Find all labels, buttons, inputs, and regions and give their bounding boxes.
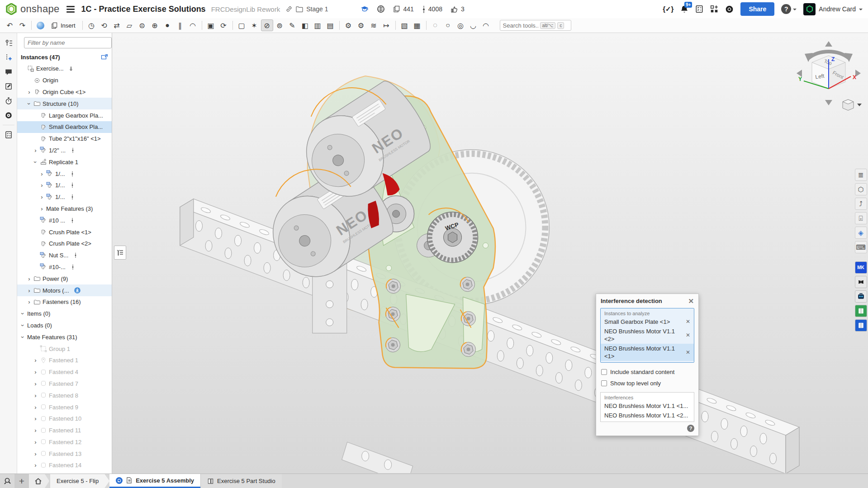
tree-item-replicate-1[interactable]: ›Replicate 1: [17, 156, 112, 168]
tree-item-small-gearbox-pla[interactable]: Small Gearbox Pla...: [17, 121, 112, 133]
ai-assistant-icon[interactable]: [725, 5, 734, 14]
loop-tool-icon-d[interactable]: ◡: [467, 19, 479, 31]
tree-item-loads-0[interactable]: ›Loads (0): [17, 320, 112, 332]
named-positions-icon[interactable]: ✶: [248, 19, 261, 31]
tree-item-fastened-1[interactable]: ›Fastened 1: [17, 355, 112, 366]
edit-notes-icon[interactable]: [2, 80, 15, 93]
tilt-up-arrow-icon[interactable]: [825, 41, 832, 47]
tree-item-crush-plate-1[interactable]: Crush Plate <1>: [17, 226, 112, 238]
ball-mate-icon[interactable]: ●: [161, 19, 174, 31]
expand-chevron-icon[interactable]: ›: [33, 159, 38, 165]
tree-item-origin[interactable]: Origin: [17, 75, 112, 86]
expand-chevron-icon[interactable]: ›: [33, 439, 38, 445]
edit-in-context-icon[interactable]: ▢: [236, 19, 248, 31]
undo-button[interactable]: ↶: [4, 19, 16, 31]
view-cube[interactable]: Top Left Front Z X Y: [793, 38, 864, 115]
bom-panel-icon[interactable]: ≣: [855, 169, 867, 181]
notifications-bell[interactable]: 9+: [680, 5, 688, 14]
analyze-instance-neo-brushless-motor-v1-1-1[interactable]: NEO Brushless Motor V1.1 <1>✕: [601, 344, 694, 361]
tree-item-structure-10[interactable]: ›Structure (10): [17, 98, 112, 109]
tree-item-1[interactable]: ›1/...: [17, 168, 112, 180]
view-menu[interactable]: [843, 99, 862, 110]
inserts-stat[interactable]: 4008: [422, 5, 442, 13]
tree-item-fastened-8[interactable]: ›Fastened 8: [17, 389, 112, 401]
onshape-logo[interactable]: onshape: [5, 3, 60, 15]
expand-chevron-icon[interactable]: ›: [39, 206, 45, 212]
home-tab-button[interactable]: [29, 474, 49, 488]
breadcrumb[interactable]: Stage 1: [285, 5, 328, 13]
mate-relation-icon[interactable]: ⚙: [355, 19, 367, 31]
tree-item-fastened-14[interactable]: ›Fastened 14: [17, 460, 112, 471]
butterfly-app-icon[interactable]: [855, 276, 867, 288]
expand-chevron-icon[interactable]: ›: [39, 182, 45, 188]
new-tab-button[interactable]: +: [14, 474, 29, 488]
loop-tool-icon-b[interactable]: ○: [442, 19, 454, 31]
derived-part-panel-icon[interactable]: ⤴: [855, 198, 867, 210]
help-menu[interactable]: ?: [781, 4, 797, 14]
hex-bolt[interactable]: [461, 342, 476, 357]
new-drawing-icon[interactable]: ▦: [411, 19, 423, 31]
hamburger-menu-icon[interactable]: [65, 5, 76, 14]
loop-tool-icon-c[interactable]: ◎: [455, 19, 467, 31]
tree-item-origin-cube-1[interactable]: ›Origin Cube <1>: [17, 86, 112, 98]
tilt-down-arrow-icon[interactable]: [825, 100, 832, 105]
tree-item-motors[interactable]: ›Motors (...: [17, 284, 112, 296]
interference-result-neo-brushless-motor-v1-1-1[interactable]: NEO Brushless Motor V1.1 <1...: [601, 401, 694, 411]
dialog-help-icon[interactable]: ?: [687, 425, 694, 432]
apps-grid-icon[interactable]: [710, 5, 718, 13]
app-diamond-icon[interactable]: ◈: [855, 227, 867, 239]
tree-item-group-1[interactable]: Group 1: [17, 343, 112, 355]
tree-item-mate-features-31[interactable]: ›Mate Features (31): [17, 331, 112, 343]
search-tools-input[interactable]: [503, 22, 538, 29]
comments-icon[interactable]: [2, 66, 15, 78]
expand-chevron-icon[interactable]: ›: [33, 147, 38, 153]
hex-bolt[interactable]: [386, 338, 400, 352]
tree-item-10[interactable]: #10-...: [17, 261, 112, 273]
mk-app-icon[interactable]: MK: [855, 261, 867, 274]
shortcut-keys-icon[interactable]: ⌨: [855, 241, 867, 253]
tree-item-crush-plate-2[interactable]: Crush Plate <2>: [17, 238, 112, 250]
configuration-dots-icon[interactable]: [70, 182, 74, 189]
tree-item-exercise[interactable]: Exercise...: [17, 63, 112, 75]
green-book-app-icon[interactable]: [855, 305, 867, 317]
tree-item-fasteners-16[interactable]: ›Fasteners (16): [17, 296, 112, 308]
lower-beam-piece[interactable]: [342, 442, 413, 473]
tree-item-fastened-4[interactable]: ›Fastened 4: [17, 366, 112, 378]
loop-tool-icon-a[interactable]: ◌: [429, 19, 441, 31]
show-top-level-only-row[interactable]: Show top level only: [596, 378, 698, 389]
expand-chevron-icon[interactable]: ›: [39, 194, 45, 200]
expand-chevron-icon[interactable]: ›: [26, 89, 32, 95]
expand-chevron-icon[interactable]: ›: [33, 369, 38, 375]
instances-to-analyze-box[interactable]: Instances to analyze Small Gearbox Plate…: [600, 308, 694, 363]
tree-item-power-9[interactable]: ›Power (9): [17, 273, 112, 284]
hex-bolt[interactable]: [386, 279, 401, 294]
group-tool-icon[interactable]: ▣: [205, 19, 217, 31]
tree-item-1[interactable]: ›1/...: [17, 180, 112, 191]
expand-chevron-icon[interactable]: ›: [20, 322, 26, 328]
drawing-icon[interactable]: ▧: [398, 19, 411, 31]
gear-relation-icon[interactable]: ⚙: [342, 19, 355, 31]
expand-chevron-icon[interactable]: ›: [33, 393, 38, 398]
parallel-mate-icon[interactable]: ∥: [174, 19, 186, 31]
public-globe-icon[interactable]: [377, 5, 385, 13]
include-standard-content-checkbox[interactable]: [601, 369, 607, 375]
slider-mate-icon[interactable]: ⇄: [111, 19, 123, 31]
performance-icon[interactable]: [2, 95, 15, 107]
insert-item-icon[interactable]: [2, 51, 15, 64]
cylindrical-mate-icon[interactable]: ⊜: [136, 19, 148, 31]
expand-chevron-icon[interactable]: ›: [33, 427, 38, 433]
versions-history-icon[interactable]: [2, 37, 15, 49]
expand-chevron-icon[interactable]: ›: [26, 276, 32, 282]
filter-input[interactable]: [24, 37, 112, 48]
configuration-dots-icon[interactable]: [73, 252, 77, 259]
planar-mate-icon[interactable]: ▱: [123, 19, 136, 31]
configuration-dots-icon[interactable]: [70, 194, 74, 200]
expand-chevron-icon[interactable]: ›: [33, 381, 38, 387]
share-button[interactable]: Share: [740, 2, 774, 16]
configurations-icon[interactable]: ▥: [312, 19, 324, 31]
loop-tool-icon-e[interactable]: ◠: [480, 19, 492, 31]
3d-viewport-scene[interactable]: WCP NEO BRUSHLESS MOTOR: [112, 33, 868, 473]
tree-item-fastened-9[interactable]: ›Fastened 9: [17, 401, 112, 413]
tangent-mate-icon[interactable]: ◠: [187, 19, 199, 31]
tree-item-fastened-12[interactable]: ›Fastened 12: [17, 436, 112, 448]
